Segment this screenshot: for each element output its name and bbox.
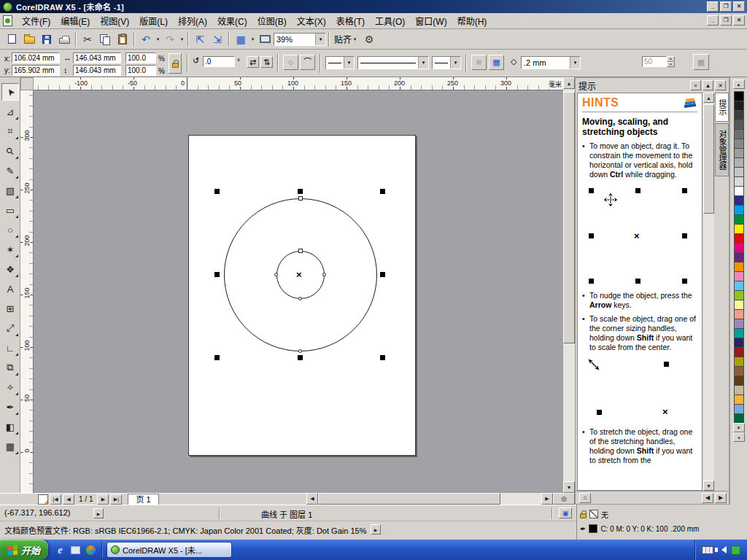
ellipse-tool[interactable]: ○ [1, 221, 19, 238]
hints-scrollbar-thumb[interactable] [703, 104, 714, 214]
blend-tool[interactable]: ⧉ [1, 359, 19, 376]
export-button[interactable]: ⇲ [209, 31, 226, 47]
swatch-20-black[interactable] [734, 167, 744, 177]
menu-表格(T)[interactable]: 表格(T) [331, 12, 370, 29]
palette-flyout-button[interactable]: ◂ [733, 432, 745, 442]
rectangle-tool[interactable]: ▭ [1, 201, 19, 219]
start-arrowhead-dropdown-icon[interactable]: ▾ [344, 57, 354, 69]
scroll-up-button[interactable]: ▲ [563, 77, 575, 89]
fill-tool[interactable]: ◧ [1, 418, 19, 435]
ime-keyboard-icon[interactable] [702, 546, 713, 554]
horizontal-scrollbar-thumb[interactable] [318, 493, 500, 505]
paste-button[interactable] [114, 31, 131, 47]
color-eyedropper-tool[interactable]: ✧ [1, 378, 19, 396]
curve-node[interactable] [298, 297, 302, 300]
selection-handle-top-left[interactable] [214, 189, 220, 194]
application-launcher-dropdown[interactable]: ▾ [249, 36, 256, 42]
hints-home-button[interactable]: ⌂ [579, 493, 591, 503]
docker-close-button[interactable]: ✕ [715, 80, 726, 90]
dimension-tool[interactable]: ⤢ [1, 319, 19, 337]
selection-handle-middle-left[interactable] [214, 272, 220, 277]
selection-handle-middle-right[interactable] [380, 272, 385, 277]
curve-node[interactable] [298, 196, 303, 201]
pick-tool[interactable]: ➤ [1, 83, 19, 101]
swatch-80-black[interactable] [734, 110, 744, 120]
selection-handle-bottom-center[interactable] [298, 355, 303, 360]
ruler-origin[interactable] [20, 77, 34, 90]
basic-shapes-tool[interactable]: ❖ [1, 260, 19, 278]
object-width-field[interactable]: 146.043 mm [73, 52, 121, 63]
hints-scroll-down-button[interactable]: ▼ [703, 481, 714, 491]
outline-style-select[interactable]: ▾ [357, 56, 429, 69]
freehand-tool[interactable]: ✎ [1, 162, 19, 179]
swatch-navy[interactable] [734, 338, 744, 348]
fill-color-swatch[interactable] [589, 510, 598, 518]
swatch-red[interactable] [734, 233, 744, 244]
undo-dropdown[interactable]: ▾ [155, 36, 161, 42]
scroll-right-button[interactable]: ▶ [541, 493, 553, 505]
swatch-purple[interactable] [734, 252, 744, 262]
selection-center-marker[interactable]: × [296, 270, 302, 279]
start-button[interactable]: 开始 [0, 540, 48, 560]
doc-minimize-button[interactable]: _ [707, 15, 719, 26]
hints-forward-button[interactable]: ▶ [715, 493, 727, 503]
end-arrowhead-select[interactable]: ▾ [432, 56, 461, 69]
restore-button[interactable]: ❐ [720, 1, 732, 12]
import-button[interactable]: ⇱ [191, 31, 209, 47]
connector-tool[interactable]: ∟ [1, 339, 19, 357]
align-distribute-button[interactable]: ▦ [489, 55, 504, 70]
swatch-black[interactable] [734, 91, 744, 101]
document-navigator-button[interactable]: ◎ [553, 493, 575, 505]
menu-视图(V)[interactable]: 视图(V) [95, 12, 134, 29]
zoom-dropdown-icon[interactable]: ▾ [315, 34, 325, 45]
mirror-vertical-button[interactable]: ⇅ [260, 56, 273, 68]
reduce-nodes-button[interactable]: ⌒ [300, 55, 315, 70]
shape-tool[interactable]: ⊿ [1, 103, 19, 120]
hints-back-button[interactable]: ◀ [702, 493, 713, 503]
numeric-spinner[interactable]: 50 ▲▼ [642, 56, 675, 67]
menu-文件(F)[interactable]: 文件(F) [17, 12, 55, 29]
swatch-magenta[interactable] [734, 243, 744, 253]
coordinates-flyout-button[interactable]: ▶ [93, 508, 104, 518]
menu-帮助(H)[interactable]: 帮助(H) [452, 12, 492, 29]
end-arrowhead-dropdown-icon[interactable]: ▾ [450, 57, 460, 69]
swatch-green[interactable] [734, 214, 744, 225]
menu-编辑(E)[interactable]: 编辑(E) [55, 12, 95, 29]
last-page-button[interactable]: ▶| [110, 494, 122, 505]
swatch-lavender[interactable] [734, 319, 744, 329]
table-tool[interactable]: ⊞ [1, 300, 19, 317]
doc-restore-button[interactable]: ❐ [720, 15, 732, 26]
curve-node[interactable] [298, 249, 303, 253]
taskbar-coreldraw-button[interactable]: CorelDRAW X5 - [未... [107, 542, 232, 558]
title-bar[interactable]: CorelDRAW X5 - [未命名 -1] _ ❐ ✕ [0, 0, 747, 13]
palette-scroll-up-button[interactable]: ▲ [733, 79, 745, 89]
docker-quick-customize-button[interactable]: » [690, 80, 701, 90]
swatch-cyan[interactable] [734, 205, 744, 215]
swatch-olive[interactable] [734, 357, 744, 367]
swatch-maroon[interactable] [734, 347, 744, 357]
profile-flyout-button[interactable]: ▶ [371, 524, 381, 534]
selection-handle-bottom-right[interactable] [380, 355, 385, 360]
curve-node[interactable] [274, 273, 278, 276]
menu-位图(B)[interactable]: 位图(B) [252, 12, 292, 29]
curve-node[interactable] [322, 273, 326, 276]
text-tool[interactable]: A [1, 280, 19, 298]
vertical-ruler[interactable]: 300250200150100500 [20, 90, 34, 493]
options-button[interactable]: ⚙ [360, 31, 378, 47]
selection-handle-top-right[interactable] [380, 189, 385, 194]
page-tab[interactable]: 页 1 [128, 494, 158, 505]
tray-app-icon[interactable] [731, 545, 740, 555]
horizontal-ruler[interactable]: 毫米 -100-50050100150200250300 [34, 77, 563, 90]
swatch-tan[interactable] [734, 385, 744, 395]
hints-scroll-up-button[interactable]: ▲ [703, 93, 714, 103]
swatch-light-yellow[interactable] [734, 300, 744, 310]
swatch-salmon[interactable] [734, 309, 744, 319]
zoom-level-combobox[interactable]: 39% ▾ [274, 33, 326, 46]
crop-tool[interactable]: ⌗ [1, 122, 19, 140]
swatch-gold[interactable] [734, 394, 744, 405]
menu-版面(L)[interactable]: 版面(L) [134, 12, 173, 29]
quick-launch-ie[interactable]: e [54, 544, 66, 556]
swatch-dark-brown[interactable] [734, 376, 744, 386]
quick-launch-show-desktop[interactable] [69, 544, 82, 556]
close-button[interactable]: ✕ [733, 1, 745, 12]
